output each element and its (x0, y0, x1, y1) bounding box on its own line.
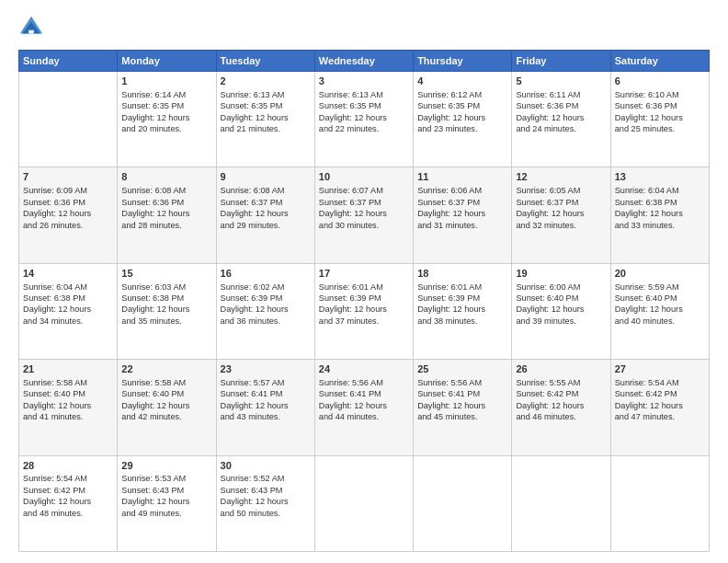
calendar-cell: 26Sunrise: 5:55 AMSunset: 6:42 PMDayligh… (512, 360, 610, 455)
calendar-cell: 29Sunrise: 5:53 AMSunset: 6:43 PMDayligh… (118, 455, 216, 551)
day-info-line: Sunrise: 5:54 AM (23, 473, 113, 484)
day-info-line: and 48 minutes. (23, 508, 113, 519)
calendar-cell: 11Sunrise: 6:06 AMSunset: 6:37 PMDayligh… (414, 167, 512, 263)
day-info-line: Sunrise: 6:03 AM (121, 282, 211, 293)
calendar-cell: 21Sunrise: 5:58 AMSunset: 6:40 PMDayligh… (19, 360, 118, 455)
day-info-line: Sunset: 6:41 PM (319, 388, 409, 399)
day-info-line: Sunrise: 5:59 AM (615, 282, 705, 293)
day-number: 22 (121, 362, 211, 376)
day-info-line: and 20 minutes. (121, 123, 211, 134)
day-info-line: Sunrise: 5:52 AM (221, 473, 311, 484)
day-number: 19 (516, 267, 606, 281)
day-info-line: Sunset: 6:42 PM (516, 388, 606, 399)
day-info-line: Sunrise: 6:06 AM (417, 185, 507, 196)
day-info-line: Daylight: 12 hours (319, 208, 409, 219)
svg-rect-2 (28, 30, 34, 34)
day-info-line: Daylight: 12 hours (23, 400, 113, 411)
calendar-cell (19, 72, 118, 167)
day-info-line: and 46 minutes. (516, 411, 606, 422)
day-info-line: Sunset: 6:36 PM (121, 197, 211, 208)
day-info-line: Daylight: 12 hours (615, 112, 705, 123)
day-info-line: and 44 minutes. (319, 411, 409, 422)
calendar-cell: 3Sunrise: 6:13 AMSunset: 6:35 PMDaylight… (314, 72, 413, 167)
day-info-line: and 34 minutes. (23, 316, 113, 327)
day-info-line: and 42 minutes. (121, 411, 211, 422)
day-info-line: and 30 minutes. (319, 220, 409, 231)
header (18, 15, 710, 40)
logo (18, 15, 48, 40)
calendar-cell: 9Sunrise: 6:08 AMSunset: 6:37 PMDaylight… (216, 167, 314, 263)
day-info-line: Sunset: 6:42 PM (615, 388, 705, 399)
day-number: 8 (121, 170, 211, 184)
day-info-line: Sunset: 6:36 PM (516, 100, 606, 111)
day-number: 16 (221, 267, 311, 281)
day-info-line: Sunset: 6:35 PM (221, 100, 311, 111)
day-info-line: Daylight: 12 hours (516, 208, 606, 219)
day-info-line: and 35 minutes. (121, 316, 211, 327)
calendar-cell (314, 455, 413, 551)
calendar-cell: 20Sunrise: 5:59 AMSunset: 6:40 PMDayligh… (610, 263, 709, 359)
day-info-line: Sunset: 6:38 PM (23, 293, 113, 304)
day-info-line: Daylight: 12 hours (417, 304, 507, 315)
day-info-line: and 40 minutes. (615, 316, 705, 327)
calendar-cell: 24Sunrise: 5:56 AMSunset: 6:41 PMDayligh… (314, 360, 413, 455)
day-number: 12 (516, 170, 606, 184)
day-number: 1 (121, 75, 211, 88)
day-info-line: and 38 minutes. (417, 316, 507, 327)
calendar-cell: 22Sunrise: 5:58 AMSunset: 6:40 PMDayligh… (118, 360, 216, 455)
day-info-line: and 50 minutes. (221, 508, 311, 519)
day-info-line: Daylight: 12 hours (319, 400, 409, 411)
day-info-line: Daylight: 12 hours (23, 496, 113, 507)
day-info-line: and 28 minutes. (121, 220, 211, 231)
calendar-cell: 7Sunrise: 6:09 AMSunset: 6:36 PMDaylight… (19, 167, 118, 263)
day-info-line: Sunset: 6:43 PM (121, 485, 211, 496)
day-info-line: Sunset: 6:39 PM (319, 293, 409, 304)
day-number: 30 (221, 459, 311, 473)
day-number: 23 (221, 362, 311, 376)
day-info-line: Sunrise: 6:10 AM (615, 89, 705, 100)
day-info-line: Sunset: 6:37 PM (319, 197, 409, 208)
day-info-line: and 33 minutes. (615, 220, 705, 231)
calendar-week-3: 21Sunrise: 5:58 AMSunset: 6:40 PMDayligh… (19, 360, 710, 455)
day-info-line: Sunset: 6:37 PM (516, 197, 606, 208)
calendar-cell: 6Sunrise: 6:10 AMSunset: 6:36 PMDaylight… (610, 72, 709, 167)
day-info-line: Sunrise: 5:54 AM (615, 377, 705, 388)
page: SundayMondayTuesdayWednesdayThursdayFrid… (0, 0, 728, 563)
col-header-tuesday: Tuesday (216, 51, 314, 72)
day-info-line: Sunset: 6:41 PM (221, 388, 311, 399)
day-info-line: Daylight: 12 hours (121, 400, 211, 411)
day-info-line: and 37 minutes. (319, 316, 409, 327)
day-info-line: Sunset: 6:36 PM (23, 197, 113, 208)
day-number: 20 (615, 267, 705, 281)
day-info-line: Daylight: 12 hours (615, 400, 705, 411)
day-info-line: and 21 minutes. (221, 123, 311, 134)
calendar-cell: 4Sunrise: 6:12 AMSunset: 6:35 PMDaylight… (414, 72, 512, 167)
day-info-line: and 49 minutes. (121, 508, 211, 519)
calendar-header-row: SundayMondayTuesdayWednesdayThursdayFrid… (19, 51, 710, 72)
day-info-line: Sunrise: 6:08 AM (121, 185, 211, 196)
day-info-line: and 24 minutes. (516, 123, 606, 134)
day-info-line: Sunrise: 6:08 AM (221, 185, 311, 196)
day-number: 14 (23, 267, 113, 281)
day-info-line: Sunrise: 6:04 AM (23, 282, 113, 293)
calendar-cell: 5Sunrise: 6:11 AMSunset: 6:36 PMDaylight… (512, 72, 610, 167)
day-info-line: Sunrise: 6:01 AM (417, 282, 507, 293)
day-info-line: Sunset: 6:40 PM (516, 293, 606, 304)
day-info-line: Daylight: 12 hours (417, 400, 507, 411)
day-number: 27 (615, 362, 705, 376)
day-info-line: Daylight: 12 hours (23, 208, 113, 219)
calendar-cell: 25Sunrise: 5:56 AMSunset: 6:41 PMDayligh… (414, 360, 512, 455)
calendar-week-1: 7Sunrise: 6:09 AMSunset: 6:36 PMDaylight… (19, 167, 710, 263)
day-info-line: Sunrise: 6:14 AM (121, 89, 211, 100)
calendar-cell: 15Sunrise: 6:03 AMSunset: 6:38 PMDayligh… (118, 263, 216, 359)
day-number: 3 (319, 75, 409, 88)
day-info-line: Sunrise: 6:01 AM (319, 282, 409, 293)
day-info-line: Daylight: 12 hours (121, 112, 211, 123)
day-info-line: Sunset: 6:37 PM (417, 197, 507, 208)
calendar-cell: 13Sunrise: 6:04 AMSunset: 6:38 PMDayligh… (610, 167, 709, 263)
day-info-line: Sunrise: 6:13 AM (319, 89, 409, 100)
day-info-line: Daylight: 12 hours (121, 304, 211, 315)
day-info-line: Sunrise: 5:53 AM (121, 473, 211, 484)
calendar-cell (610, 455, 709, 551)
day-info-line: Daylight: 12 hours (319, 112, 409, 123)
